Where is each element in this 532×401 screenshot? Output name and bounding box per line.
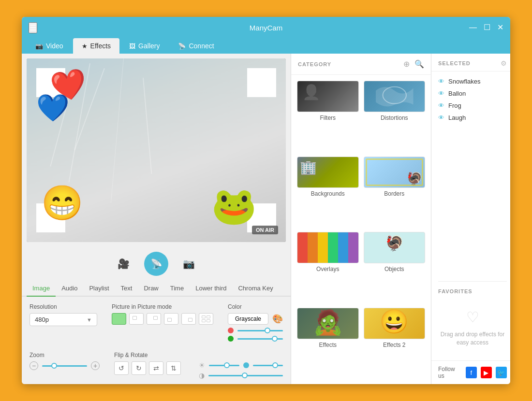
resolution-select[interactable]: 480p ▼ (30, 313, 97, 326)
facebook-button[interactable]: f (466, 367, 477, 378)
hamburger-menu[interactable]: ☰ (29, 22, 37, 33)
selected-title: SELECTED (438, 60, 471, 66)
contrast-slider[interactable] (208, 375, 283, 376)
brightness-slider[interactable] (209, 365, 239, 366)
emoji-face: 😁 (41, 183, 83, 223)
twitter-button[interactable]: 🐦 (496, 367, 507, 378)
video-icon: 📷 (35, 43, 43, 50)
category-item-effects2[interactable]: 😀 Effects 2 (364, 308, 426, 379)
tab-audio[interactable]: Audio (56, 281, 83, 297)
selected-item-frog: 👁 Frog (438, 100, 507, 112)
contrast-slider-row: ◑ (199, 372, 283, 379)
frog-emoji: 🐸 (211, 185, 257, 228)
nav-tab-video[interactable]: 📷 Video (27, 38, 72, 54)
pip-group: Picture in Picture mode (112, 303, 213, 325)
zoom-plus-button[interactable]: + (91, 361, 100, 370)
category-item-objects[interactable]: 🦃 Objects (364, 232, 426, 303)
tab-chromakey[interactable]: Chroma Key (232, 281, 279, 297)
youtube-button[interactable]: ▶ (481, 367, 492, 378)
left-panel: ❤️ 💙 😁 🐸 ON AIR 🎥 📡 📷 Image (22, 54, 291, 384)
add-category-button[interactable]: ⊕ (403, 59, 410, 69)
flip-horizontal-button[interactable]: ⇄ (149, 361, 163, 375)
overlays-label: Overlays (316, 266, 339, 272)
selected-item-ballon: 👁 Ballon (438, 87, 507, 100)
backgrounds-thumbnail: 🏢 (297, 157, 359, 188)
borders-label: Borders (384, 190, 404, 197)
category-grid: 👤 Filters Distortions (291, 75, 431, 384)
eye-icon-ballon[interactable]: 👁 (438, 90, 444, 97)
grayscale-button[interactable]: Grayscale (228, 313, 268, 325)
heart-icon: ♡ (466, 309, 479, 326)
pip-topleft[interactable] (129, 313, 144, 325)
effects2-thumbnail: 😀 (364, 308, 426, 339)
close-button[interactable]: ✕ (497, 24, 503, 31)
zoom-row: − + (30, 361, 100, 370)
preview-area: ❤️ 💙 😁 🐸 ON AIR (27, 58, 286, 242)
settings-row-1: Resolution 480p ▼ Picture in Picture mod… (30, 303, 283, 344)
green-slider-row (228, 336, 283, 342)
eye-icon-snowflakes[interactable]: 👁 (438, 78, 444, 85)
effects1-thumbnail: 🧟 (297, 308, 359, 339)
green-dot (228, 336, 234, 342)
category-item-effects1[interactable]: 🧟 Effects (297, 308, 359, 379)
category-header: CATEGORY ⊕ 🔍 (291, 54, 431, 75)
maximize-button[interactable]: ☐ (484, 24, 490, 31)
blue-slider[interactable] (253, 365, 283, 366)
resolution-group: Resolution 480p ▼ (30, 303, 97, 326)
search-category-button[interactable]: 🔍 (414, 59, 424, 69)
nav-tab-gallery-label: Gallery (138, 42, 160, 50)
nav-tab-effects[interactable]: ★ Effects (73, 38, 120, 54)
zombie-icon: 🧟 (313, 308, 343, 336)
red-slider[interactable] (237, 330, 283, 331)
nav-tab-connect[interactable]: 📡 Connect (169, 38, 222, 54)
distortions-label: Distortions (381, 115, 408, 121)
category-item-overlays[interactable]: Overlays (297, 232, 359, 303)
tab-lowerthird[interactable]: Lower third (190, 281, 232, 297)
rotate-left-button[interactable]: ↺ (114, 361, 129, 375)
tab-draw[interactable]: Draw (138, 281, 164, 297)
snapshot-button[interactable]: 📷 (183, 258, 195, 270)
pip-quad[interactable] (199, 313, 213, 325)
settings-row-2: Zoom − + Flip & Rotate ↺ (30, 352, 283, 382)
eye-icon-laugh[interactable]: 👁 (438, 114, 444, 121)
eye-icon-frog[interactable]: 👁 (438, 102, 444, 109)
ballon-label: Ballon (448, 90, 466, 97)
smile-icon: 😀 (380, 308, 409, 335)
green-slider[interactable] (237, 338, 283, 340)
color-picker-icon[interactable]: 🎨 (272, 314, 283, 324)
right-panel: SELECTED ⚙ 👁 Snowflakes 👁 Ballon 👁 Frog … (431, 54, 510, 384)
tab-playlist[interactable]: Playlist (83, 281, 115, 297)
pip-topright[interactable] (147, 313, 161, 325)
camera-off-button[interactable]: 🎥 (118, 258, 130, 270)
settings-icon[interactable]: ⚙ (501, 59, 507, 67)
category-item-backgrounds[interactable]: 🏢 Backgrounds (297, 157, 359, 228)
category-item-borders[interactable]: 🦃 Borders (364, 157, 426, 228)
broadcast-icon: 📡 (150, 258, 163, 270)
zoom-slider[interactable] (42, 365, 87, 367)
distortions-thumbnail (364, 81, 426, 112)
category-item-distortions[interactable]: Distortions (364, 81, 426, 152)
pip-bottomleft[interactable] (164, 313, 178, 325)
brightness-icon: ☀ (199, 361, 205, 369)
contrast-icon: ◑ (199, 372, 205, 379)
minimize-button[interactable]: — (469, 24, 477, 31)
selected-header: SELECTED ⚙ (431, 54, 510, 72)
nav-tab-gallery[interactable]: 🖼 Gallery (120, 38, 168, 54)
tab-text[interactable]: Text (115, 281, 138, 297)
favorites-title: FAVORITES (438, 288, 507, 294)
flip-vertical-button[interactable]: ⇅ (166, 361, 181, 375)
pip-full[interactable] (112, 313, 126, 325)
zoom-minus-button[interactable]: − (30, 361, 38, 370)
brightness-slider-row: ☀ (199, 361, 283, 369)
rotate-right-button[interactable]: ↻ (132, 361, 146, 375)
turkey-icon: 🦃 (385, 235, 403, 252)
tab-image[interactable]: Image (27, 281, 56, 297)
nav-bar: 📷 Video ★ Effects 🖼 Gallery 📡 Connect (22, 38, 510, 54)
color-label: Color (228, 303, 283, 310)
zoom-group: Zoom − + (30, 352, 100, 370)
category-item-filters[interactable]: 👤 Filters (297, 81, 359, 152)
broadcast-button[interactable]: 📡 (144, 252, 168, 276)
blue-heart-balloon: 💙 (36, 92, 70, 124)
tab-time[interactable]: Time (164, 281, 190, 297)
pip-bottomright[interactable] (181, 313, 196, 325)
